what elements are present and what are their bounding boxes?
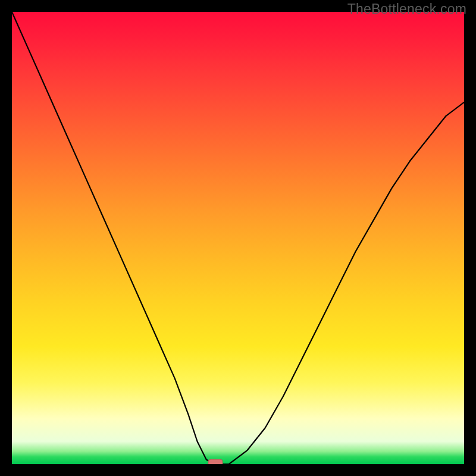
watermark-text: TheBottleneck.com: [347, 1, 466, 17]
bottleneck-curve: [12, 12, 464, 464]
plot-area: [12, 12, 464, 464]
chart-frame: TheBottleneck.com: [0, 0, 476, 476]
optimum-marker: [208, 459, 223, 464]
plot-svg: [12, 12, 464, 464]
